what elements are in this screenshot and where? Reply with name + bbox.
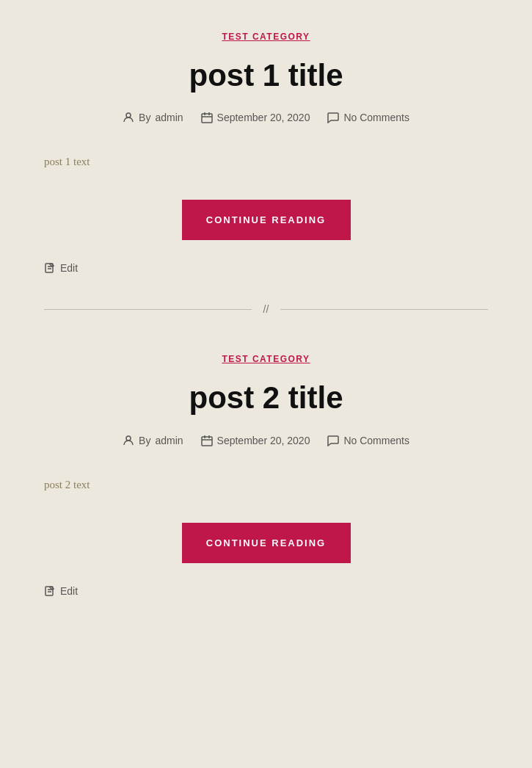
- post-1-title: post 1 title: [44, 57, 488, 94]
- divider-line-right: [280, 309, 488, 310]
- comment-icon: [327, 112, 339, 123]
- post-1-edit-label: Edit: [60, 262, 78, 274]
- post-2-comments: No Comments: [343, 435, 409, 446]
- post-2-date-meta: September 20, 2020: [201, 435, 310, 446]
- edit-icon: [44, 262, 56, 274]
- post-2-continue-reading-button[interactable]: CONTINUE READING: [182, 523, 351, 563]
- post-1-meta: By admin September 20, 2020: [44, 112, 488, 123]
- divider-line-left: [44, 309, 252, 310]
- post-1-category-link[interactable]: TEST CATEGORY: [222, 32, 310, 42]
- edit-icon-2: [44, 585, 56, 597]
- svg-point-0: [126, 113, 131, 117]
- post-2-date: September 20, 2020: [217, 435, 310, 446]
- post-1-excerpt: post 1 text: [44, 153, 488, 170]
- post-1-date: September 20, 2020: [217, 112, 310, 123]
- post-2-category-link[interactable]: TEST CATEGORY: [222, 354, 310, 364]
- post-2-excerpt: post 2 text: [44, 476, 488, 493]
- posts-divider: //: [0, 303, 532, 315]
- post-2-author-meta: By admin: [123, 435, 183, 446]
- post-1-edit-link[interactable]: Edit: [44, 262, 488, 274]
- post-2-edit-area: Edit: [44, 585, 488, 597]
- calendar-icon: [201, 112, 213, 123]
- posts-list: TEST CATEGORY post 1 title By admin: [0, 0, 532, 619]
- post-2-edit-label: Edit: [60, 585, 78, 597]
- post-1-comments-meta: No Comments: [327, 112, 409, 123]
- comment-icon-2: [327, 435, 339, 446]
- svg-rect-9: [202, 437, 212, 446]
- post-1-author-meta: By admin: [123, 112, 183, 123]
- svg-point-8: [126, 436, 131, 441]
- post-2-comments-meta: No Comments: [327, 435, 409, 446]
- post-1-author: admin: [155, 112, 183, 123]
- post-1-date-meta: September 20, 2020: [201, 112, 310, 123]
- post-2-category: TEST CATEGORY: [44, 352, 488, 365]
- post-1-continue-reading-button[interactable]: CONTINUE READING: [182, 200, 351, 240]
- post-2-title: post 2 title: [44, 380, 488, 416]
- person-icon-2: [123, 435, 134, 446]
- post-1-category: TEST CATEGORY: [44, 29, 488, 43]
- svg-rect-5: [45, 264, 53, 272]
- post-article-2: TEST CATEGORY post 2 title By admin: [0, 322, 532, 618]
- post-2-by-label: By: [139, 435, 150, 446]
- post-2-edit-link[interactable]: Edit: [44, 585, 488, 597]
- svg-rect-13: [45, 587, 53, 595]
- post-1-comments: No Comments: [343, 112, 409, 123]
- post-article-1: TEST CATEGORY post 1 title By admin: [0, 0, 532, 296]
- person-icon: [123, 112, 134, 123]
- post-1-edit-area: Edit: [44, 262, 488, 274]
- calendar-icon-2: [201, 435, 213, 446]
- post-2-meta: By admin September 20, 2020: [44, 435, 488, 446]
- post-2-author: admin: [155, 435, 183, 446]
- divider-text: //: [252, 303, 281, 315]
- svg-rect-1: [202, 114, 212, 123]
- post-1-by-label: By: [139, 112, 150, 123]
